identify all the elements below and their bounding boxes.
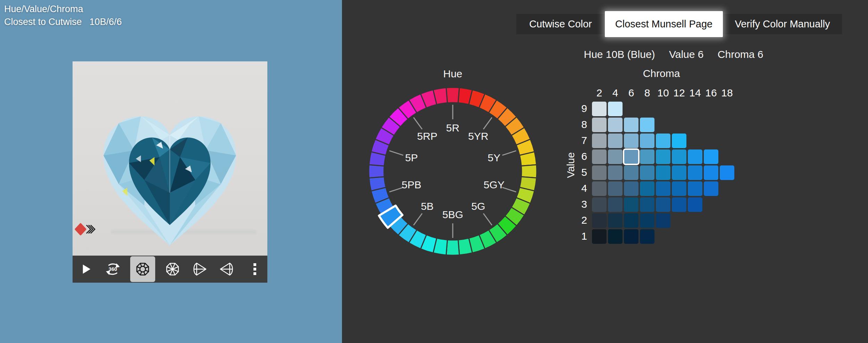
value-row-label-7: 7 (571, 135, 587, 146)
chroma-header-18: 18 (719, 87, 735, 99)
munsell-cell-v4-c12[interactable] (672, 181, 686, 196)
munsell-cell-v2-c8[interactable] (640, 213, 654, 228)
munsell-cell-v3-c2[interactable] (592, 197, 607, 212)
munsell-cell-v4-c16[interactable] (704, 181, 718, 196)
tab-verify-color-manually[interactable]: Verify Color Manually (723, 14, 842, 34)
hue-wheel-segment[interactable] (521, 165, 537, 178)
diamond-viewer-card: 360 (73, 61, 267, 283)
panel-heading: Hue/Value/Chroma Closest to Cutwise10B/6… (4, 3, 122, 28)
value-row-label-4: 4 (571, 182, 587, 194)
gem-side-view-left-button[interactable] (217, 257, 236, 281)
more-options-button[interactable] (245, 257, 265, 281)
munsell-cell-v7-c4[interactable] (608, 134, 623, 148)
hue-tick (502, 151, 516, 155)
hue-label-5bg: 5BG (442, 209, 463, 220)
munsell-cell-v9-c4[interactable] (608, 102, 623, 116)
munsell-cell-v6-c10[interactable] (656, 149, 670, 164)
munsell-code-value: 10B/6/6 (90, 17, 122, 27)
value-row-label-6: 6 (571, 151, 587, 162)
munsell-cell-v6-c6[interactable] (624, 149, 639, 164)
munsell-cell-v7-c10[interactable] (656, 134, 670, 148)
gem-table-view-button[interactable] (163, 257, 182, 281)
munsell-cell-v6-c16[interactable] (704, 149, 718, 164)
munsell-cell-v7-c12[interactable] (672, 134, 686, 148)
chroma-header-8: 8 (639, 87, 655, 99)
gem-top-view-button[interactable] (130, 256, 155, 282)
hue-label-5y: 5Y (488, 152, 501, 163)
gem-table-view-icon (165, 261, 181, 277)
hue-tick (414, 213, 422, 225)
munsell-cell-v8-c4[interactable] (608, 118, 623, 132)
munsell-cell-v2-c2[interactable] (592, 213, 607, 228)
munsell-cell-v1-c6[interactable] (624, 229, 639, 244)
hue-wheel: 5R5YR5Y5GY5G5BG5B5PB5P5RP (362, 81, 543, 261)
munsell-cell-v8-c6[interactable] (624, 118, 639, 132)
munsell-cell-v7-c2[interactable] (592, 134, 607, 148)
rotate-360-icon: 360 (104, 260, 122, 278)
chroma-header-14: 14 (687, 87, 703, 99)
munsell-cell-v1-c2[interactable] (592, 229, 607, 244)
munsell-cell-v4-c4[interactable] (608, 181, 623, 196)
rotate-360-button[interactable]: 360 (103, 257, 123, 281)
munsell-cell-v6-c14[interactable] (688, 149, 702, 164)
diamond-panel: Hue/Value/Chroma Closest to Cutwise10B/6… (0, 0, 342, 343)
munsell-cell-v2-c6[interactable] (624, 213, 639, 228)
munsell-cell-v3-c14[interactable] (688, 197, 702, 212)
munsell-panel: Cutwise Color Closest Munsell Page Verif… (342, 0, 868, 343)
munsell-cell-v4-c8[interactable] (640, 181, 654, 196)
viewer-toolbar: 360 (73, 256, 267, 283)
munsell-cell-v5-c6[interactable] (624, 165, 639, 180)
value-row-label-9: 9 (571, 103, 587, 114)
gem-top-view-icon (135, 261, 151, 277)
munsell-cell-v7-c6[interactable] (624, 134, 639, 148)
munsell-cell-v4-c6[interactable] (624, 181, 639, 196)
munsell-cell-v5-c14[interactable] (688, 165, 702, 180)
play-button[interactable] (76, 257, 95, 281)
munsell-cell-v6-c4[interactable] (608, 149, 623, 164)
hue-tick (483, 118, 492, 129)
tab-closest-munsell-page[interactable]: Closest Munsell Page (605, 11, 723, 37)
gem-side-view-right-button[interactable] (190, 257, 209, 281)
heading-title: Hue/Value/Chroma (4, 3, 122, 16)
munsell-cell-v4-c2[interactable] (592, 181, 607, 196)
munsell-cell-v3-c4[interactable] (608, 197, 623, 212)
munsell-cell-v5-c2[interactable] (592, 165, 607, 180)
munsell-cell-v5-c12[interactable] (672, 165, 686, 180)
munsell-cell-v7-c8[interactable] (640, 134, 654, 148)
color-mode-tabs: Cutwise Color Closest Munsell Page Verif… (516, 14, 842, 34)
munsell-cell-v6-c8[interactable] (640, 149, 654, 164)
heart-diamond-image (85, 91, 255, 252)
hue-wheel-segment[interactable] (446, 240, 459, 255)
chroma-header-2: 2 (591, 87, 607, 99)
munsell-cell-v3-c10[interactable] (656, 197, 670, 212)
hue-wheel-title: Hue (443, 68, 462, 80)
munsell-cell-v1-c8[interactable] (640, 229, 654, 244)
munsell-cell-v5-c4[interactable] (608, 165, 623, 180)
munsell-cell-v5-c18[interactable] (720, 165, 734, 180)
hue-wheel-segment[interactable] (369, 165, 384, 178)
munsell-cell-v8-c2[interactable] (592, 118, 607, 132)
munsell-cell-v5-c16[interactable] (704, 165, 718, 180)
munsell-cell-v5-c8[interactable] (640, 165, 654, 180)
munsell-cell-v3-c6[interactable] (624, 197, 639, 212)
munsell-cell-v2-c10[interactable] (656, 213, 670, 228)
munsell-cell-v4-c10[interactable] (656, 181, 670, 196)
munsell-cell-v3-c12[interactable] (672, 197, 686, 212)
summary-value: Value 6 (669, 49, 704, 60)
chroma-header-12: 12 (671, 87, 687, 99)
munsell-cell-v3-c8[interactable] (640, 197, 654, 212)
munsell-cell-v9-c2[interactable] (592, 102, 607, 116)
tab-cutwise-color[interactable]: Cutwise Color (516, 14, 605, 34)
kebab-menu-icon (248, 261, 262, 277)
summary-hue: Hue 10B (Blue) (584, 49, 655, 60)
hue-wheel-segment[interactable] (446, 87, 459, 103)
closest-to-cutwise-label: Closest to Cutwise (4, 17, 82, 27)
munsell-cell-v6-c12[interactable] (672, 149, 686, 164)
munsell-cell-v5-c10[interactable] (656, 165, 670, 180)
munsell-cell-v1-c4[interactable] (608, 229, 623, 244)
hue-tick (414, 118, 422, 129)
munsell-cell-v4-c14[interactable] (688, 181, 702, 196)
munsell-cell-v2-c4[interactable] (608, 213, 623, 228)
munsell-cell-v6-c2[interactable] (592, 149, 607, 164)
munsell-cell-v8-c8[interactable] (640, 118, 654, 132)
